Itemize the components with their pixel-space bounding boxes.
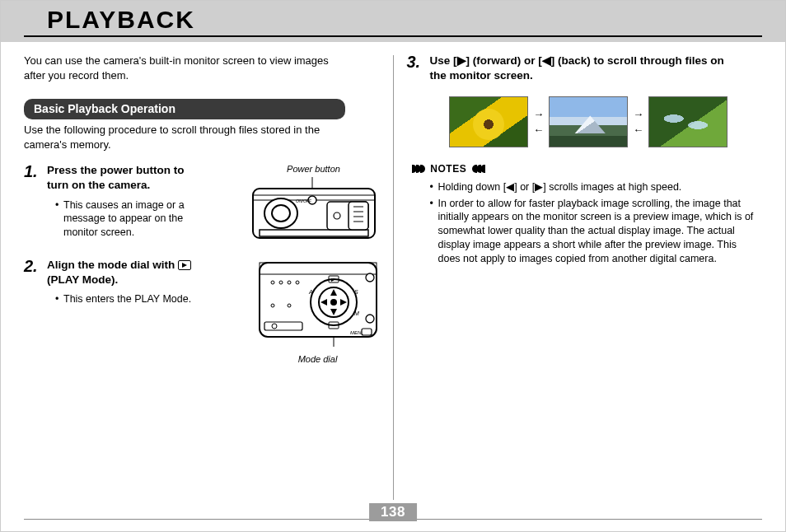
left-column: You can use the camera's built-in monito… — [24, 54, 393, 500]
thumb-flower — [449, 96, 528, 147]
manual-page: PLAYBACK You can use the camera's built-… — [0, 0, 786, 532]
svg-rect-9 — [349, 202, 368, 230]
step-2-number: 2. — [24, 258, 47, 309]
svg-text:S: S — [354, 289, 358, 295]
notes-label: NOTES — [430, 163, 466, 175]
svg-rect-23 — [264, 322, 302, 330]
diagram-label-mode-dial: Mode dial — [256, 353, 380, 366]
step-3-title: Use [▶] (forward) or [◀] (back) to scrol… — [430, 54, 743, 83]
camera-top-illustration: ON/OFF — [248, 177, 380, 248]
page-title: PLAYBACK — [24, 4, 762, 34]
notes-ornament-left — [412, 163, 424, 176]
svg-point-39 — [366, 315, 374, 323]
diagram-label-power: Power button — [248, 163, 380, 175]
svg-point-27 — [330, 299, 337, 306]
svg-text:ON/OFF: ON/OFF — [296, 198, 312, 203]
arrow-pair-2: →← — [633, 107, 643, 138]
title-bar: PLAYBACK — [1, 1, 785, 42]
section-subtext: Use the following procedure to scroll th… — [24, 123, 353, 152]
notes-block: NOTES Holding down [◀] or [▶] scrolls im… — [407, 162, 763, 265]
step-2-title-pre: Align the mode dial with — [47, 259, 178, 271]
page-number: 138 — [369, 503, 417, 521]
step-2-title-post: (PLAY Mode). — [47, 273, 118, 286]
thumb-dragonfly — [648, 96, 728, 147]
intro-text: You can use the camera's built-in monito… — [24, 54, 345, 82]
step-1-row: 1. Press the power button to turn on the… — [24, 163, 380, 251]
step-1-title: Press the power button to turn on the ca… — [47, 163, 195, 193]
step-2-bullet: This enters the PLAY Mode. — [55, 292, 204, 306]
diagram-mode-dial: S M A MENU Mode dial — [256, 258, 380, 366]
notes-ornament-right — [473, 163, 485, 176]
body-columns: You can use the camera's built-in monito… — [1, 42, 785, 500]
note-2: In order to allow for faster playback im… — [430, 197, 760, 266]
svg-text:A: A — [308, 289, 313, 295]
right-column: 3. Use [▶] (forward) or [◀] (back) to sc… — [394, 54, 763, 500]
notes-header: NOTES — [412, 162, 763, 176]
arrow-pair-1: →← — [533, 107, 544, 138]
thumbnail-strip: →← →← — [415, 96, 763, 147]
section-header: Basic Playback Operation — [24, 99, 345, 119]
note-1: Holding down [◀] or [▶] scrolls images a… — [430, 180, 760, 194]
title-rule: PLAYBACK — [24, 4, 762, 37]
thumb-mountain — [549, 96, 628, 147]
step-2-title: Align the mode dial with (PLAY Mode). — [47, 258, 195, 287]
svg-point-5 — [272, 205, 290, 222]
svg-rect-41 — [362, 329, 372, 335]
camera-back-illustration: S M A MENU — [256, 258, 380, 348]
step-1-bullet: This causes an image or a message to app… — [55, 198, 204, 240]
diagram-power-button: Power button ON/OFF — [248, 163, 380, 251]
play-mode-icon — [178, 260, 191, 270]
step-2-row: 2. Align the mode dial with (PLAY Mode).… — [24, 258, 380, 366]
svg-point-38 — [366, 273, 374, 282]
svg-text:M: M — [354, 310, 359, 316]
step-3-number: 3. — [407, 54, 430, 88]
step-1-number: 1. — [24, 163, 47, 242]
footer: 138 — [1, 519, 785, 520]
